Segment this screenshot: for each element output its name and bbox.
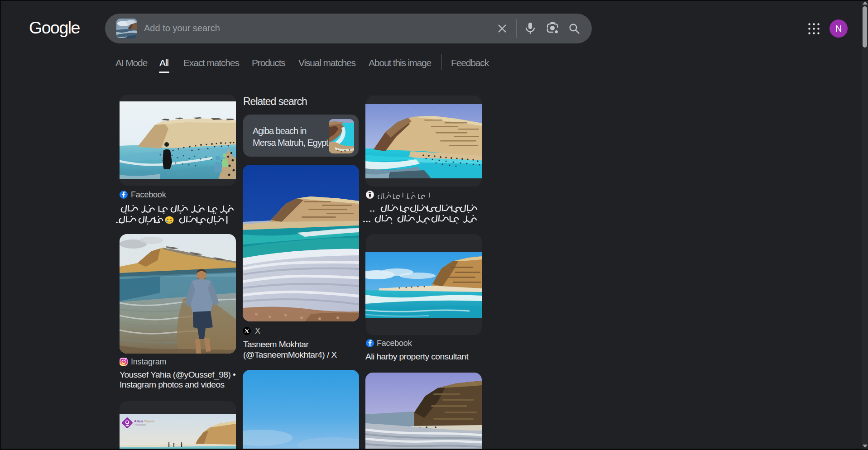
svg-text:Allen Travel: Allen Travel (134, 419, 154, 423)
svg-text:Photography: Photography (134, 424, 146, 426)
